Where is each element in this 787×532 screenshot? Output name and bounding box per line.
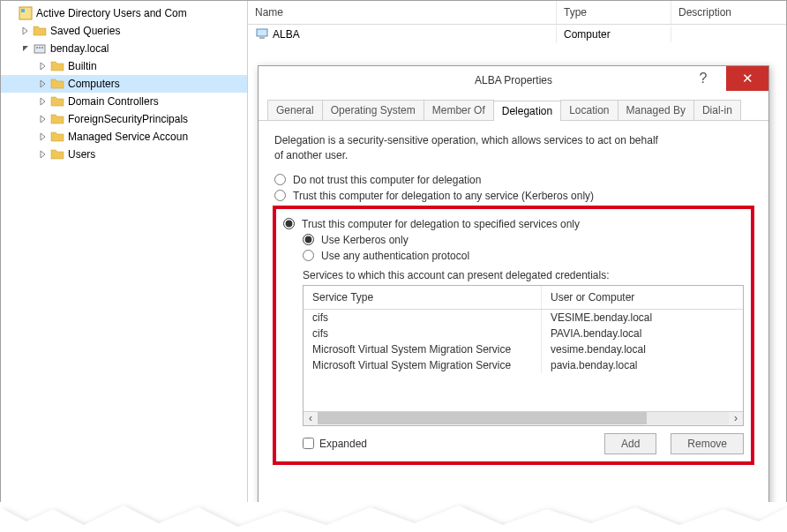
- highlight-box: Trust this computer for delegation to sp…: [273, 206, 754, 465]
- collapsed-icon[interactable]: [36, 150, 50, 159]
- service-type: Microsoft Virtual System Migration Servi…: [304, 357, 542, 373]
- checkbox-label: Expanded: [319, 438, 367, 450]
- svg-rect-6: [257, 29, 267, 36]
- radio-any-protocol[interactable]: Use any authentication protocol: [303, 250, 744, 262]
- svg-rect-1: [21, 9, 25, 12]
- collapsed-icon[interactable]: [36, 97, 50, 106]
- folder-icon: [50, 77, 64, 91]
- radio-trust-specified[interactable]: Trust this computer for delegation to sp…: [283, 218, 744, 230]
- expanded-icon[interactable]: [19, 44, 33, 53]
- service-target: VESIME.benday.local: [542, 310, 743, 326]
- service-row[interactable]: Microsoft Virtual System Migration Servi…: [304, 341, 743, 357]
- col-type[interactable]: Type: [557, 1, 671, 24]
- list-header: Name Type Description: [248, 1, 786, 25]
- tab-managed-by[interactable]: Managed By: [618, 100, 694, 120]
- checkbox-input[interactable]: [303, 438, 314, 449]
- tree-saved-queries[interactable]: Saved Queries: [1, 22, 247, 40]
- scroll-track[interactable]: [318, 412, 729, 424]
- folder-icon: [50, 94, 64, 109]
- horizontal-scrollbar[interactable]: ‹ ›: [304, 411, 743, 425]
- tree-domain[interactable]: benday.local: [1, 40, 247, 57]
- service-type: cifs: [304, 310, 542, 326]
- properties-dialog: ALBA Properties ? ✕ GeneralOperating Sys…: [258, 65, 769, 515]
- radio-input[interactable]: [274, 190, 286, 201]
- row-name: ALBA: [273, 28, 300, 41]
- folder-icon: [50, 147, 64, 161]
- scroll-left-icon[interactable]: ‹: [304, 412, 318, 424]
- radio-label: Use any authentication protocol: [321, 250, 469, 262]
- tab-delegation[interactable]: Delegation: [493, 101, 561, 121]
- col-user-computer[interactable]: User or Computer: [542, 286, 743, 309]
- close-button[interactable]: ✕: [726, 66, 768, 91]
- dialog-title: ALBA Properties: [475, 74, 552, 86]
- svg-rect-2: [34, 45, 45, 53]
- folder-icon: [50, 59, 64, 73]
- radio-input[interactable]: [274, 174, 286, 185]
- tab-bar: GeneralOperating SystemMember OfDelegati…: [259, 94, 768, 121]
- svg-rect-7: [259, 37, 265, 39]
- tab-location[interactable]: Location: [560, 100, 618, 120]
- collapsed-icon[interactable]: [36, 62, 50, 71]
- svg-rect-3: [36, 47, 38, 49]
- list-row[interactable]: ALBA Computer: [248, 25, 786, 44]
- collapsed-icon[interactable]: [36, 115, 50, 124]
- add-button[interactable]: Add: [604, 433, 656, 454]
- tree-node-users[interactable]: Users: [1, 146, 247, 163]
- tree-label: Active Directory Users and Com: [36, 7, 187, 19]
- scroll-right-icon[interactable]: ›: [729, 412, 743, 424]
- collapsed-icon[interactable]: [36, 132, 50, 141]
- dialog-titlebar[interactable]: ALBA Properties ? ✕: [259, 66, 768, 94]
- tree-label: Domain Controllers: [68, 95, 159, 108]
- folder-icon: [33, 24, 47, 38]
- remove-button[interactable]: Remove: [671, 433, 744, 454]
- delegation-description: Delegation is a security-sensitive opera…: [274, 133, 663, 163]
- tab-general[interactable]: General: [267, 100, 323, 120]
- tree-label: Computers: [68, 78, 120, 90]
- radio-kerberos-only[interactable]: Use Kerberos only: [303, 234, 744, 246]
- service-row[interactable]: Microsoft Virtual System Migration Servi…: [304, 357, 743, 373]
- domain-icon: [33, 41, 47, 56]
- computer-icon: [255, 27, 269, 41]
- collapsed-icon[interactable]: [36, 79, 50, 88]
- scroll-thumb[interactable]: [318, 412, 647, 424]
- tree-label: Users: [68, 148, 95, 161]
- tree-label: benday.local: [50, 42, 109, 55]
- folder-icon: [50, 130, 64, 144]
- radio-trust-any[interactable]: Trust this computer for delegation to an…: [274, 190, 753, 202]
- services-list[interactable]: Service Type User or Computer cifsVESIME…: [303, 285, 744, 426]
- col-service-type[interactable]: Service Type: [304, 286, 542, 309]
- folder-icon: [50, 112, 64, 126]
- col-name[interactable]: Name: [248, 1, 557, 24]
- radio-label: Do not trust this computer for delegatio…: [293, 174, 481, 186]
- tree-label: Managed Service Accoun: [68, 131, 188, 143]
- tree-node-computers[interactable]: Computers: [1, 75, 247, 93]
- radio-input[interactable]: [283, 218, 295, 229]
- expanded-checkbox[interactable]: Expanded: [303, 438, 367, 450]
- service-target: pavia.benday.local: [542, 357, 743, 373]
- tree-node-domain-controllers[interactable]: Domain Controllers: [1, 93, 247, 110]
- col-desc[interactable]: Description: [671, 1, 786, 24]
- radio-input[interactable]: [303, 250, 314, 261]
- radio-no-trust[interactable]: Do not trust this computer for delegatio…: [274, 174, 753, 186]
- service-row[interactable]: cifsPAVIA.benday.local: [304, 326, 743, 341]
- tab-delegation: Delegation is a security-sensitive opera…: [259, 121, 768, 477]
- radio-label: Trust this computer for delegation to sp…: [302, 218, 580, 230]
- tree-node-builtin[interactable]: Builtin: [1, 57, 247, 75]
- tree-node-foreignsecurityprincipals[interactable]: ForeignSecurityPrincipals: [1, 110, 247, 128]
- row-desc: [671, 33, 786, 36]
- service-row[interactable]: cifsVESIME.benday.local: [304, 310, 743, 326]
- tree-label: Saved Queries: [50, 25, 120, 37]
- tree-node-managed-service-accoun[interactable]: Managed Service Accoun: [1, 128, 247, 146]
- tab-dial-in[interactable]: Dial-in: [693, 100, 741, 120]
- nav-tree[interactable]: Active Directory Users and Com Saved Que…: [1, 1, 248, 532]
- tree-label: Builtin: [68, 60, 97, 72]
- services-label: Services to which this account can prese…: [303, 269, 744, 281]
- tree-root[interactable]: Active Directory Users and Com: [1, 4, 247, 22]
- tab-operating-system[interactable]: Operating System: [322, 100, 424, 120]
- radio-input[interactable]: [303, 234, 314, 245]
- tab-member-of[interactable]: Member Of: [423, 100, 494, 120]
- svg-rect-5: [41, 47, 43, 49]
- help-button[interactable]: ?: [686, 66, 721, 91]
- service-type: cifs: [304, 326, 542, 341]
- collapsed-icon[interactable]: [19, 26, 33, 35]
